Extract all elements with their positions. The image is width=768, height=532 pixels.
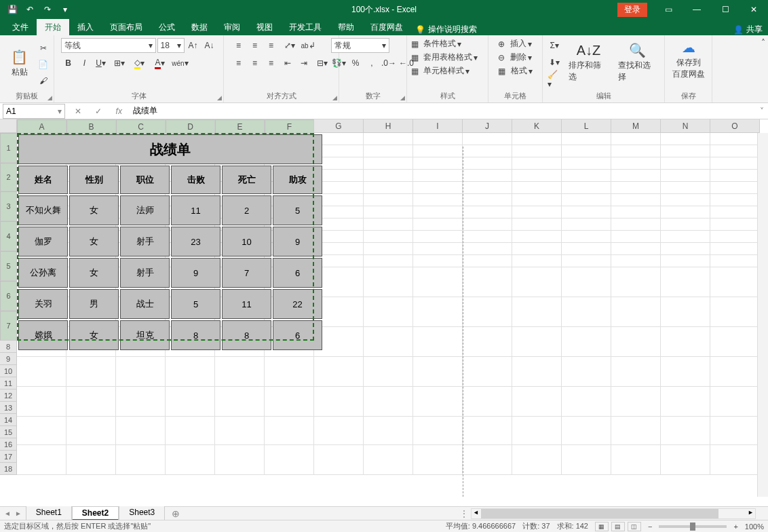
cell[interactable] (413, 327, 463, 357)
align-launcher-icon[interactable]: ◢ (332, 94, 337, 101)
cell[interactable] (661, 357, 710, 387)
underline-icon[interactable]: U▾ (94, 56, 109, 71)
cell[interactable] (512, 327, 562, 357)
cell[interactable] (364, 387, 413, 417)
sheet-tab-sheet3[interactable]: Sheet3 (119, 506, 165, 520)
cell[interactable] (562, 157, 611, 170)
view-layout-icon[interactable]: ▤ (611, 522, 625, 531)
tab-formula[interactable]: 公式 (151, 19, 183, 35)
cell[interactable] (463, 243, 512, 255)
col-header-H[interactable]: H (364, 119, 413, 133)
font-launcher-icon[interactable]: ◢ (217, 94, 222, 101)
tell-me[interactable]: 💡操作说明搜索 (415, 24, 477, 35)
cell[interactable] (562, 327, 611, 357)
cell[interactable] (710, 133, 760, 145)
cell[interactable] (710, 417, 760, 445)
cell[interactable] (710, 157, 760, 170)
cell[interactable] (364, 194, 413, 206)
grow-font-icon[interactable]: A↑ (186, 38, 201, 53)
cell[interactable] (364, 417, 413, 445)
inc-decimal-icon[interactable]: .0→ (381, 56, 397, 71)
cell[interactable] (710, 243, 760, 255)
phonetic-icon[interactable]: wén▾ (171, 56, 190, 71)
cell[interactable] (710, 170, 760, 182)
cell[interactable] (611, 218, 661, 231)
wrap-text-icon[interactable]: ab↲ (301, 38, 316, 53)
cell[interactable] (512, 357, 562, 387)
cell[interactable] (512, 133, 562, 145)
cell[interactable] (710, 194, 760, 206)
cell[interactable] (710, 267, 760, 297)
row-header-7[interactable]: 7 (0, 311, 17, 341)
cell[interactable] (611, 417, 661, 445)
qat-dropdown-icon[interactable]: ▾ (57, 2, 73, 17)
cell[interactable] (661, 445, 710, 475)
cell[interactable] (364, 133, 413, 145)
name-box[interactable]: A1▾ (3, 104, 65, 119)
fill-icon[interactable]: ⬇▾ (547, 55, 562, 70)
save-icon[interactable]: 💾 (4, 2, 20, 17)
cell[interactable] (116, 387, 166, 417)
sort-filter-button[interactable]: A↓Z排序和筛选 (566, 38, 611, 87)
cell[interactable] (661, 145, 710, 157)
undo-icon[interactable]: ↶ (22, 2, 38, 17)
cell[interactable] (463, 417, 512, 445)
tab-file[interactable]: 文件 (4, 19, 37, 35)
view-pagebreak-icon[interactable]: ◫ (628, 522, 641, 531)
cell[interactable] (661, 157, 710, 170)
cell[interactable] (166, 445, 215, 475)
tab-dev[interactable]: 开发工具 (281, 19, 330, 35)
cell[interactable] (710, 297, 760, 327)
font-size-select[interactable]: 18▾ (157, 38, 185, 53)
tab-data[interactable]: 数据 (183, 19, 216, 35)
cell[interactable] (364, 218, 413, 231)
conditional-format-button[interactable]: ▦ 条件格式▾ (411, 38, 484, 50)
cell[interactable] (611, 267, 661, 297)
bold-icon[interactable]: B (61, 56, 76, 71)
cell[interactable] (562, 182, 611, 194)
cell[interactable] (611, 445, 661, 475)
cell[interactable] (710, 387, 760, 417)
cell[interactable] (512, 157, 562, 170)
expand-formula-icon[interactable]: ˅ (756, 107, 768, 116)
cell[interactable] (413, 206, 463, 218)
cell[interactable] (215, 387, 265, 417)
tab-review[interactable]: 审阅 (216, 19, 248, 35)
col-header-I[interactable]: I (413, 119, 463, 133)
cell[interactable] (463, 218, 512, 231)
cell[interactable] (512, 267, 562, 297)
cell[interactable] (661, 243, 710, 255)
row-header-4[interactable]: 4 (0, 221, 17, 251)
cell[interactable] (512, 387, 562, 417)
delete-cells-button[interactable]: ⊖ 删除 ▾ (498, 52, 532, 63)
cell[interactable] (661, 133, 710, 145)
merge-icon[interactable]: ⊟▾ (313, 56, 332, 71)
border-icon[interactable]: ⊞▾ (110, 56, 129, 71)
cell[interactable] (463, 445, 512, 475)
cell[interactable] (116, 417, 166, 445)
cell[interactable] (512, 297, 562, 327)
row-header-17[interactable]: 17 (0, 451, 17, 463)
cell[interactable] (463, 170, 512, 182)
cell[interactable] (413, 170, 463, 182)
row-header-18[interactable]: 18 (0, 463, 17, 475)
col-header-D[interactable]: D (166, 119, 215, 134)
cell[interactable] (661, 218, 710, 231)
cell[interactable] (17, 417, 66, 445)
cell[interactable] (661, 387, 710, 417)
cell[interactable] (611, 243, 661, 255)
sheet-tab-sheet2[interactable]: Sheet2 (72, 506, 119, 520)
cell[interactable] (562, 206, 611, 218)
row-header-8[interactable]: 8 (0, 341, 17, 353)
cell[interactable] (463, 267, 512, 297)
cell[interactable] (512, 206, 562, 218)
cell[interactable] (661, 206, 710, 218)
row-header-15[interactable]: 15 (0, 426, 17, 438)
cell[interactable] (314, 445, 364, 475)
zoom-slider[interactable] (659, 525, 727, 528)
sheet-nav-prev-icon[interactable]: ◄ (4, 510, 11, 517)
row-header-14[interactable]: 14 (0, 414, 17, 426)
col-header-E[interactable]: E (215, 119, 265, 134)
cell[interactable] (512, 145, 562, 157)
cell[interactable] (166, 357, 215, 387)
